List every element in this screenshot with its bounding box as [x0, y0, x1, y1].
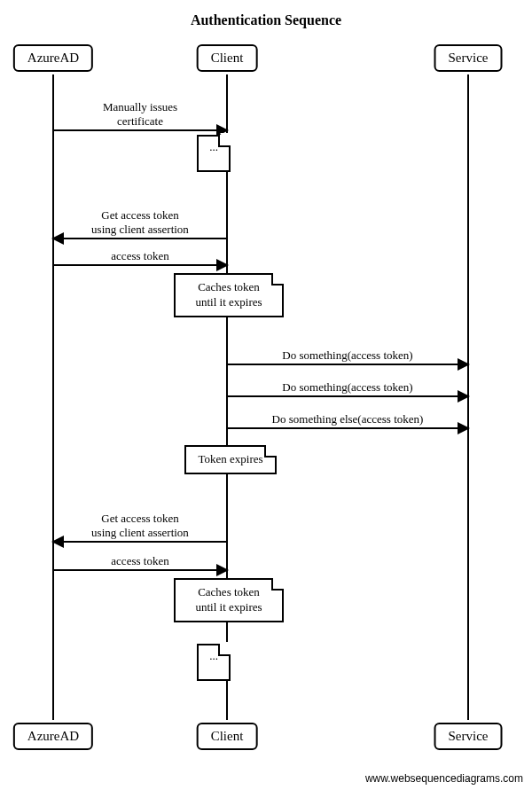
- participant-azuread-top: AzureAD: [13, 44, 93, 72]
- note-fold-icon: [271, 578, 284, 591]
- msg-label: Do something else(access token): [227, 412, 468, 426]
- note-token-expires: Token expires: [184, 445, 277, 474]
- msg-get-token-2: Get access tokenusing client assertion: [53, 541, 227, 543]
- msg-do-something-else: Do something else(access token): [227, 427, 468, 429]
- msg-get-token-1: Get access tokenusing client assertion: [53, 238, 227, 239]
- msg-access-token-1: access token: [53, 264, 227, 266]
- note-ellipsis-2: ...: [197, 644, 231, 681]
- note-text: ...: [209, 140, 218, 153]
- participant-service-top: Service: [434, 44, 503, 72]
- note-text: Caches tokenuntil it expires: [195, 280, 262, 309]
- note-ellipsis-1: ...: [197, 135, 231, 172]
- msg-label: Do something(access token): [227, 348, 468, 363]
- note-caches-2: Caches tokenuntil it expires: [174, 578, 284, 622]
- msg-do-something-2: Do something(access token): [227, 395, 468, 397]
- msg-label: access token: [53, 249, 227, 263]
- note-fold-icon: [264, 445, 277, 458]
- note-text: Caches tokenuntil it expires: [195, 585, 262, 614]
- watermark: www.websequencediagrams.com: [365, 772, 523, 785]
- note-fold-icon: [218, 135, 231, 147]
- note-fold-icon: [218, 644, 231, 656]
- note-caches-1: Caches tokenuntil it expires: [174, 273, 284, 317]
- note-fold-icon: [271, 273, 284, 285]
- msg-label: Get access tokenusing client assertion: [53, 512, 227, 541]
- msg-label: Do something(access token): [227, 380, 468, 395]
- participant-azuread-bottom: AzureAD: [13, 723, 93, 750]
- msg-label: Get access tokenusing client assertion: [53, 208, 227, 238]
- msg-label: Manually issuescertificate: [53, 100, 227, 129]
- msg-manually-issues-cert: Manually issuescertificate: [53, 129, 227, 131]
- msg-access-token-2: access token: [53, 569, 227, 571]
- lifeline-azuread: [52, 74, 54, 720]
- diagram-title: Authentication Sequence: [0, 12, 532, 28]
- note-text: ...: [209, 649, 218, 662]
- msg-label: access token: [53, 554, 227, 568]
- participant-client-top: Client: [197, 44, 258, 72]
- note-text: Token expires: [198, 452, 262, 465]
- participant-client-bottom: Client: [197, 723, 258, 750]
- participant-service-bottom: Service: [434, 723, 503, 750]
- msg-do-something-1: Do something(access token): [227, 364, 468, 365]
